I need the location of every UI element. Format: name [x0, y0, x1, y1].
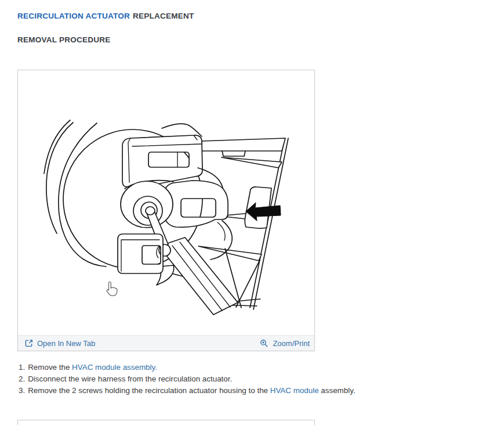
page-title-topic: RECIRCULATION ACTUATOR [17, 12, 130, 20]
figure-toolbar: Open In New Tab Zoom/Print [18, 335, 314, 351]
step-text: Remove the 2 screws holding the recircul… [28, 386, 270, 395]
zoom-print-link[interactable]: Zoom/Print [260, 339, 310, 348]
actuator-line-drawing [18, 70, 314, 335]
hvac-module-link[interactable]: HVAC module [270, 386, 319, 395]
open-in-new-tab-label: Open In New Tab [37, 339, 95, 348]
step-text: Disconnect the wire harness from the rec… [28, 374, 232, 383]
hvac-module-assembly-link[interactable]: HVAC module assembly. [72, 363, 157, 372]
figure-frame: Open In New Tab Zoom/Print [17, 70, 315, 351]
procedure-step: 2.Disconnect the wire harness from the r… [19, 375, 356, 383]
open-in-new-tab-link[interactable]: Open In New Tab [25, 339, 95, 348]
step-number: 3. [19, 386, 25, 395]
procedure-step: 1.Remove the HVAC module assembly. [19, 363, 356, 372]
zoom-print-label: Zoom/Print [273, 339, 310, 348]
page-title-suffix: REPLACEMENT [133, 12, 194, 20]
section-title: REMOVAL PROCEDURE [17, 35, 111, 44]
step-text: assembly. [319, 386, 356, 395]
step-number: 1. [19, 363, 25, 372]
magnifier-plus-icon [260, 339, 269, 348]
step-number: 2. [19, 374, 25, 383]
procedure-steps: 1.Remove the HVAC module assembly. 2.Dis… [19, 363, 356, 398]
figure-illustration[interactable] [18, 70, 314, 335]
next-figure-frame [17, 420, 315, 425]
open-in-new-tab-icon [25, 339, 33, 347]
step-text: Remove the [28, 363, 72, 372]
procedure-step: 3.Remove the 2 screws holding the recirc… [19, 387, 356, 395]
page-title: RECIRCULATION ACTUATORREPLACEMENT [17, 12, 194, 20]
